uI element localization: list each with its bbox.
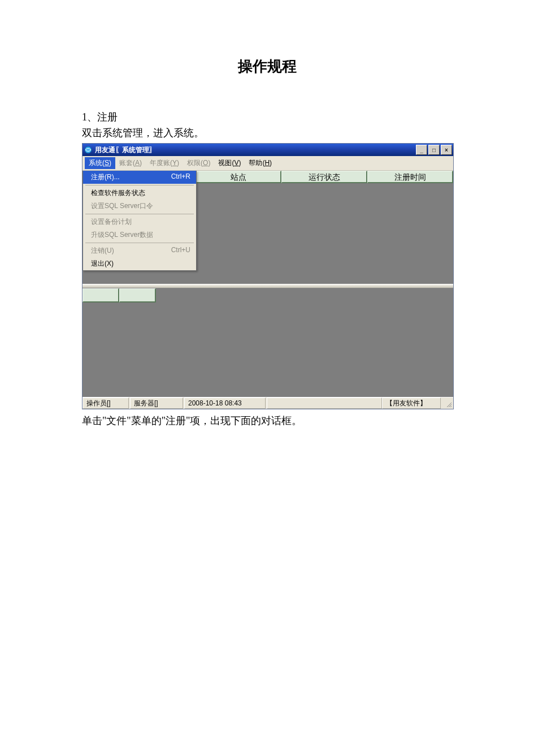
status-empty bbox=[267, 398, 382, 409]
system-menu-dropdown: 注册(R)...Ctrl+R检查软件服务状态设置SQL Server口令设置备份… bbox=[83, 171, 197, 271]
menu-item-shortcut: Ctrl+R bbox=[171, 172, 190, 182]
menu-item-label: 注册(R)... bbox=[91, 172, 120, 182]
svg-point-0 bbox=[85, 146, 92, 153]
statusbar: 操作员[] 服务器[] 2008-10-18 08:43 【用友软件】 bbox=[83, 397, 453, 409]
svg-line-3 bbox=[450, 406, 451, 407]
lower-pane-row bbox=[83, 288, 453, 301]
document-title: 操作规程 bbox=[82, 57, 452, 76]
lower-pane-cell[interactable] bbox=[83, 288, 119, 303]
column-header-status[interactable]: 运行状态 bbox=[281, 171, 367, 183]
menu-item-5[interactable]: 帮助(H) bbox=[245, 157, 276, 169]
status-operator: 操作员[] bbox=[83, 398, 129, 409]
system-menu-item-6: 升级SQL Server数据 bbox=[83, 228, 196, 241]
menubar: 系统(S)账套(A)年度账(Y)权限(O)视图(V)帮助(H) bbox=[83, 156, 453, 171]
caption-after-screenshot: 单击"文件"菜单的"注册"项，出现下面的对话框。 bbox=[82, 414, 452, 427]
section-number: 1、注册 bbox=[82, 110, 452, 124]
menu-separator bbox=[85, 214, 194, 214]
column-headers-row: 站点 运行状态 注册时间 bbox=[196, 171, 453, 183]
menu-separator bbox=[85, 185, 194, 185]
window-title: 用友通〖系统管理〗 bbox=[95, 145, 415, 155]
status-server: 服务器[] bbox=[130, 398, 183, 409]
menu-item-label: 设置SQL Server口令 bbox=[91, 201, 153, 211]
system-menu-item-5: 设置备份计划 bbox=[83, 215, 196, 228]
system-menu-item-3: 设置SQL Server口令 bbox=[83, 200, 196, 213]
menu-item-4[interactable]: 视图(V) bbox=[214, 157, 245, 169]
close-button[interactable]: × bbox=[441, 145, 452, 155]
menu-item-3: 权限(O) bbox=[183, 157, 214, 169]
resize-grip-icon[interactable] bbox=[442, 398, 453, 409]
titlebar[interactable]: 用友通〖系统管理〗 _ □ × bbox=[83, 144, 453, 156]
maximize-button[interactable]: □ bbox=[428, 145, 440, 155]
menu-item-label: 设置备份计划 bbox=[91, 217, 132, 227]
horizontal-splitter[interactable] bbox=[83, 284, 453, 288]
column-header-regtime[interactable]: 注册时间 bbox=[367, 171, 453, 183]
system-menu-item-9[interactable]: 退出(X) bbox=[83, 257, 196, 270]
client-area: 注册(R)...Ctrl+R检查软件服务状态设置SQL Server口令设置备份… bbox=[83, 171, 453, 397]
status-datetime: 2008-10-18 08:43 bbox=[184, 398, 266, 409]
system-menu-item-2[interactable]: 检查软件服务状态 bbox=[83, 187, 196, 200]
section-instruction: 双击系统管理，进入系统。 bbox=[82, 126, 452, 140]
minimize-button[interactable]: _ bbox=[416, 145, 427, 155]
menu-item-label: 升级SQL Server数据 bbox=[91, 230, 153, 240]
system-menu-item-0[interactable]: 注册(R)...Ctrl+R bbox=[83, 171, 196, 184]
lower-pane-empty bbox=[156, 288, 453, 301]
system-menu-item-8: 注销(U)Ctrl+U bbox=[83, 244, 196, 257]
menu-item-2: 年度账(Y) bbox=[146, 157, 183, 169]
menu-item-label: 退出(X) bbox=[91, 259, 114, 269]
app-icon bbox=[84, 145, 93, 154]
menu-item-1: 账套(A) bbox=[115, 157, 146, 169]
menu-separator bbox=[85, 243, 194, 243]
column-header-site[interactable]: 站点 bbox=[196, 171, 281, 183]
menu-item-label: 注销(U) bbox=[91, 246, 114, 256]
application-window: 用友通〖系统管理〗 _ □ × 系统(S)账套(A)年度账(Y)权限(O)视图(… bbox=[82, 143, 454, 409]
menu-item-0[interactable]: 系统(S) bbox=[85, 157, 115, 169]
lower-pane-cell[interactable] bbox=[119, 288, 156, 303]
status-brand: 【用友软件】 bbox=[382, 398, 441, 409]
menu-item-label: 检查软件服务状态 bbox=[91, 188, 145, 198]
menu-item-shortcut: Ctrl+U bbox=[171, 246, 190, 256]
